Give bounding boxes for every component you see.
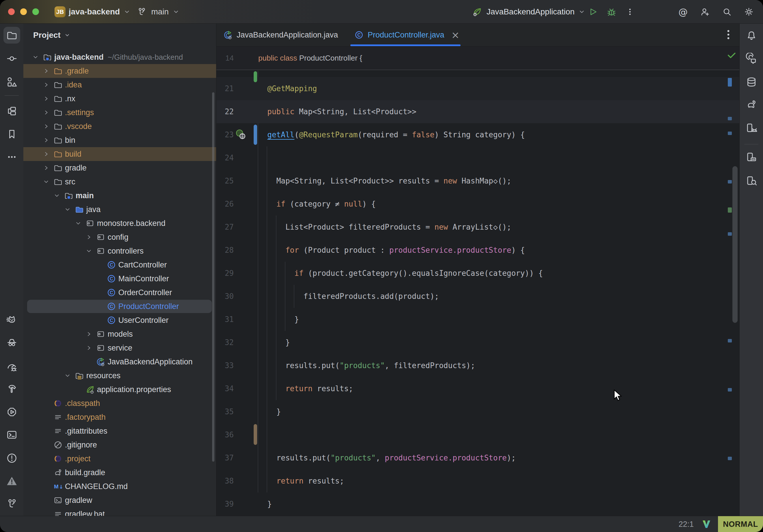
tree-item-build-gradle[interactable]: build.gradle bbox=[23, 466, 216, 479]
minimize-window-button[interactable] bbox=[20, 8, 27, 15]
device-explorer-icon[interactable] bbox=[745, 174, 758, 187]
tree-item-application-properties[interactable]: application.properties bbox=[23, 382, 216, 396]
chevron-down-icon[interactable] bbox=[64, 372, 71, 379]
code-line-37[interactable]: 37results.put("products", productService… bbox=[216, 446, 739, 470]
code-line-33[interactable]: 33results.put("products", filteredProduc… bbox=[216, 354, 739, 377]
chevron-right-icon[interactable] bbox=[43, 67, 50, 75]
project-panel-header[interactable]: Project bbox=[23, 24, 216, 47]
tree-item-cartcontroller[interactable]: CCartController bbox=[23, 258, 216, 272]
editor-scrollbar[interactable] bbox=[732, 166, 738, 323]
layout-inspector-icon[interactable] bbox=[745, 150, 758, 163]
chevron-right-icon[interactable] bbox=[43, 95, 50, 102]
vim-mode-badge[interactable]: NORMAL bbox=[718, 516, 763, 532]
close-tab-icon[interactable]: × bbox=[451, 30, 460, 40]
chevron-right-icon[interactable] bbox=[85, 330, 93, 338]
chevron-right-icon[interactable] bbox=[43, 137, 50, 144]
tree-item--factorypath[interactable]: .factorypath bbox=[23, 410, 216, 424]
caret-position-widget[interactable]: 22:1 bbox=[679, 520, 694, 529]
tree-item--classpath[interactable]: .classpath bbox=[23, 396, 216, 410]
tree-item-bin[interactable]: bin bbox=[23, 133, 216, 147]
tree-item-monostore-backend[interactable]: monostore.backend bbox=[23, 216, 216, 230]
chevron-right-icon[interactable] bbox=[43, 81, 50, 89]
incognito-icon[interactable] bbox=[5, 336, 19, 349]
tree-item-javabackendapplication[interactable]: JavaBackendApplication bbox=[23, 355, 216, 369]
code-line-22[interactable]: 22public Map<String, List<Product>> bbox=[216, 100, 739, 123]
tree-item--vscode[interactable]: .vscode bbox=[23, 119, 216, 133]
close-window-button[interactable] bbox=[8, 8, 15, 15]
chevron-right-icon[interactable] bbox=[43, 164, 50, 172]
terminal-icon[interactable] bbox=[5, 428, 19, 441]
chevron-down-icon[interactable] bbox=[64, 206, 71, 213]
code-line-21[interactable]: 21@GetMapping bbox=[216, 77, 739, 100]
code-line-39[interactable]: 39} bbox=[216, 492, 739, 516]
project-logo[interactable]: JB bbox=[54, 6, 65, 17]
tree-item-gradle[interactable]: gradle bbox=[23, 161, 216, 175]
git-branch-icon[interactable] bbox=[5, 497, 19, 510]
chevron-down-icon[interactable] bbox=[85, 247, 93, 255]
add-user-icon[interactable] bbox=[699, 6, 711, 18]
mention-at-icon[interactable]: @ bbox=[677, 6, 689, 18]
tree-item-main[interactable]: main bbox=[23, 189, 216, 202]
tree-item-controllers[interactable]: controllers bbox=[23, 244, 216, 258]
profiler-icon[interactable] bbox=[5, 360, 19, 373]
copilot-cat-icon[interactable] bbox=[5, 313, 19, 327]
chevron-right-icon[interactable] bbox=[43, 150, 50, 158]
chevron-down-icon[interactable] bbox=[43, 178, 50, 185]
notifications-bell-icon[interactable] bbox=[745, 29, 758, 43]
code-line-34[interactable]: 34return results; bbox=[216, 377, 739, 400]
tree-item-java-backend[interactable]: java-backend~/Github/java-backend bbox=[23, 50, 216, 64]
code-line-38[interactable]: 38return results; bbox=[216, 470, 739, 492]
code-line-32[interactable]: 32} bbox=[216, 331, 739, 354]
code-line-23[interactable]: 23getAll(@RequestParam(required = false)… bbox=[216, 123, 739, 146]
tree-item-resources[interactable]: resources bbox=[23, 369, 216, 382]
project-widget[interactable]: java-backend bbox=[69, 0, 131, 23]
code-line-36[interactable]: 36 bbox=[216, 423, 739, 446]
tree-item-build[interactable]: build bbox=[23, 147, 216, 161]
project-folder-icon[interactable] bbox=[5, 29, 19, 42]
tree-item-gradlew[interactable]: gradlew bbox=[23, 493, 216, 507]
code-line-25[interactable]: 25Map<String, List<Product>> results = n… bbox=[216, 169, 739, 192]
chevron-right-icon[interactable] bbox=[85, 344, 93, 352]
sticky-line[interactable]: 14 public class ProductController { bbox=[216, 47, 739, 69]
tree-item--gradle[interactable]: .gradle bbox=[23, 64, 216, 78]
tree-item-src[interactable]: src bbox=[23, 175, 216, 189]
gradle-icon[interactable] bbox=[745, 98, 758, 111]
tree-item-maincontroller[interactable]: CMainController bbox=[23, 272, 216, 286]
tree-item--idea[interactable]: .idea bbox=[23, 78, 216, 92]
code-line-24[interactable]: 24 bbox=[216, 146, 739, 169]
tree-item-service[interactable]: service bbox=[23, 341, 216, 355]
run-configuration-widget[interactable]: JavaBackendApplication bbox=[471, 0, 586, 23]
run-play-icon[interactable] bbox=[587, 6, 599, 18]
tree-item--nx[interactable]: .nx bbox=[23, 92, 216, 106]
chevron-right-icon[interactable] bbox=[85, 233, 93, 241]
code-line-26[interactable]: 26if (category ≠ null) { bbox=[216, 192, 739, 216]
running-devices-icon[interactable] bbox=[745, 121, 758, 135]
code-line-31[interactable]: 31} bbox=[216, 308, 739, 331]
tree-item-usercontroller[interactable]: CUserController bbox=[23, 313, 216, 327]
tree-item-changelog-md[interactable]: M↓CHANGELOG.md bbox=[23, 479, 216, 493]
tree-item--project[interactable]: .project bbox=[23, 452, 216, 466]
debug-bug-icon[interactable] bbox=[605, 6, 617, 18]
search-icon[interactable] bbox=[721, 6, 733, 18]
more-horizontal-icon[interactable] bbox=[5, 150, 19, 163]
maximize-window-button[interactable] bbox=[32, 8, 39, 15]
chevron-right-icon[interactable] bbox=[43, 123, 50, 130]
chevron-right-icon[interactable] bbox=[43, 109, 50, 116]
code-line-28[interactable]: 28for (Product product : productService.… bbox=[216, 239, 739, 262]
warning-icon[interactable] bbox=[5, 474, 19, 487]
tree-item-java[interactable]: java bbox=[23, 202, 216, 216]
tab-productcontroller[interactable]: C ProductController.java × bbox=[354, 24, 459, 46]
tab-options-icon[interactable] bbox=[722, 28, 735, 41]
database-icon[interactable] bbox=[745, 75, 758, 89]
tree-item-models[interactable]: models bbox=[23, 327, 216, 341]
tree-item--gitignore[interactable]: .gitignore bbox=[23, 438, 216, 452]
more-vertical-icon[interactable] bbox=[624, 6, 636, 18]
code-line-27[interactable]: 27List<Product> filteredProducts = new A… bbox=[216, 216, 739, 239]
tree-item-ordercontroller[interactable]: COrderController bbox=[23, 286, 216, 299]
endpoint-globe-icon[interactable] bbox=[236, 129, 247, 141]
tab-javabackendapplication[interactable]: JavaBackendApplication.java bbox=[223, 24, 338, 46]
inspections-ok-icon[interactable] bbox=[727, 50, 736, 60]
tree-item--gitattributes[interactable]: .gitattributes bbox=[23, 424, 216, 438]
git-branch-widget[interactable]: main bbox=[136, 0, 180, 23]
build-hammer-icon[interactable] bbox=[5, 382, 19, 395]
